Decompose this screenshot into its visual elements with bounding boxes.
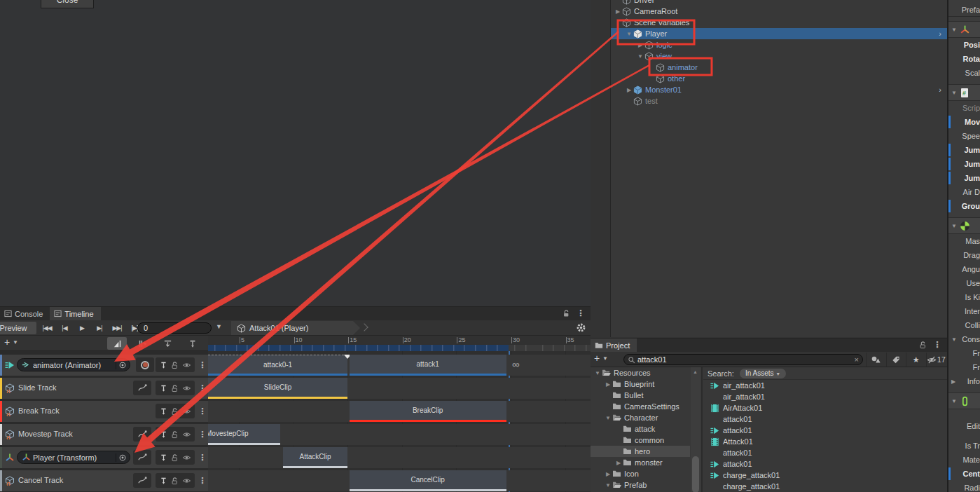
- tree-scrollbar[interactable]: ▲: [691, 367, 701, 492]
- track-lane[interactable]: SlideClip: [208, 378, 591, 399]
- marker-toggle-icon[interactable]: [183, 337, 202, 350]
- record-button[interactable]: [136, 357, 154, 372]
- inspector-row[interactable]: ▼ ▼ ▶ # Jum: [948, 171, 980, 185]
- inspector-row[interactable]: ▼ ▼ ▶ # Use: [948, 276, 980, 290]
- object-picker-icon[interactable]: [116, 361, 127, 369]
- hierarchy-item[interactable]: animator: [611, 62, 947, 73]
- inspector-row[interactable]: ▼ ▼ ▶ # Angu: [948, 262, 980, 276]
- add-track-button[interactable]: + ▼: [4, 336, 18, 348]
- hierarchy-item[interactable]: other: [611, 73, 947, 84]
- skip-to-end-button[interactable]: ▶▶|: [109, 322, 125, 334]
- lock-icon[interactable]: [919, 341, 926, 349]
- timeline-clips-area[interactable]: attack0-1attack1∞SlideClipBreakClipMoves…: [208, 351, 591, 492]
- inspector-row[interactable]: ▼ ▼ ▶ # Grou: [948, 199, 980, 213]
- search-result-item[interactable]: charge_attack01: [703, 481, 947, 492]
- lock-icon[interactable]: [171, 477, 178, 485]
- inspector-row[interactable]: ▼ ▼ ▶ # Fr: [948, 360, 980, 374]
- search-result-item[interactable]: attack01: [703, 425, 947, 436]
- track-menu-icon[interactable]: ⋮: [198, 360, 207, 370]
- eye-icon[interactable]: [182, 407, 191, 416]
- folder-tree-item[interactable]: Icon: [591, 468, 690, 479]
- search-result-item[interactable]: attack01: [703, 458, 947, 470]
- folder-tree-item[interactable]: attack: [591, 423, 690, 435]
- timeline-ruler[interactable]: 5101520253035: [208, 336, 591, 351]
- hierarchy-item[interactable]: Driver: [611, 0, 947, 6]
- foldout-arrow-icon[interactable]: ▼: [951, 223, 957, 229]
- clip-mix-mode-icon[interactable]: [132, 337, 152, 350]
- track-binding-field[interactable]: animator (Animator): [17, 358, 130, 371]
- hierarchy-item[interactable]: Monster01 ›: [611, 84, 947, 95]
- foldout-arrow-icon[interactable]: [604, 381, 612, 388]
- frame-field[interactable]: [137, 322, 212, 334]
- inspector-row[interactable]: ▼ ▼ ▶ # Cent: [948, 467, 980, 481]
- timeline-clip[interactable]: AttackClip: [283, 447, 347, 468]
- track-header[interactable]: {} Slide Track ⋮: [0, 378, 208, 399]
- foldout-arrow-icon[interactable]: [614, 460, 623, 466]
- curves-button[interactable]: [133, 381, 151, 395]
- foldout-arrow-icon[interactable]: ▼: [951, 27, 957, 33]
- hierarchy-item[interactable]: Player ›: [611, 28, 947, 39]
- pin-icon[interactable]: [160, 477, 167, 485]
- track-header[interactable]: {} Player (Transform): [0, 447, 208, 468]
- prefab-chevron-icon[interactable]: ›: [939, 86, 941, 94]
- eye-icon[interactable]: [182, 384, 191, 392]
- folder-tree-item[interactable]: Prefab: [591, 479, 690, 491]
- hierarchy-item[interactable]: view: [611, 50, 947, 62]
- inspector-row[interactable]: ▼ ▼ ▶ # Spee: [948, 129, 980, 143]
- clear-search-icon[interactable]: ×: [855, 355, 859, 364]
- inspector-row[interactable]: ▼ ▼ ▶ # Is Ki: [948, 290, 980, 304]
- eye-icon[interactable]: [182, 361, 191, 369]
- folder-tree-item[interactable]: Character: [591, 412, 690, 423]
- inspector-row[interactable]: ▼ ▼ ▶ # Posi: [948, 38, 980, 52]
- inspector-row[interactable]: ▼ ▼ ▶ #: [948, 392, 980, 409]
- inspector-row[interactable]: ▼ ▼ ▶ #: [948, 84, 980, 101]
- lock-icon[interactable]: [171, 407, 178, 416]
- inspector-row[interactable]: ▼ ▼ ▶ # Fr: [948, 346, 980, 360]
- project-tab[interactable]: Project: [591, 339, 637, 352]
- track-header[interactable]: {} Movestep Track ⋮: [0, 424, 208, 445]
- folder-tree-item[interactable]: Blueprint: [591, 378, 690, 390]
- scrollbar-thumb[interactable]: [692, 456, 699, 492]
- foldout-arrow-icon[interactable]: ▼: [951, 398, 957, 404]
- favorites-star-icon[interactable]: ★: [906, 353, 926, 367]
- object-picker-icon[interactable]: [116, 453, 127, 462]
- panel-tab[interactable]: Timeline: [50, 307, 100, 320]
- foldout-closed-icon[interactable]: ▶: [951, 378, 955, 385]
- folder-tree-item[interactable]: common: [591, 435, 690, 446]
- curves-view-toggle[interactable]: [107, 337, 127, 350]
- pin-icon[interactable]: [160, 430, 167, 439]
- foldout-arrow-icon[interactable]: [625, 31, 633, 37]
- track-header[interactable]: {} animator (Animator): [0, 355, 208, 376]
- timeline-clip[interactable]: MovestepClip: [208, 424, 280, 445]
- scroll-up-icon[interactable]: ▲: [693, 369, 698, 374]
- timeline-clip[interactable]: attack1: [350, 355, 506, 376]
- folder-tree-item[interactable]: Bullet: [591, 390, 690, 401]
- inspector-row[interactable]: ▼ ▼ ▶ # Mate: [948, 453, 980, 467]
- hierarchy-item[interactable]: test: [611, 95, 947, 107]
- previous-frame-button[interactable]: |◀: [57, 322, 72, 334]
- inspector-row[interactable]: ▼ ▼ ▶ # Rota: [948, 52, 980, 66]
- search-result-item[interactable]: air_attack01: [703, 380, 947, 391]
- search-result-item[interactable]: Attack01: [703, 436, 947, 447]
- label-icon[interactable]: [886, 353, 906, 367]
- prefab-chevron-icon[interactable]: ›: [939, 29, 941, 38]
- inspector-row[interactable]: ▼ ▼ ▶ # Colli: [948, 318, 980, 332]
- inspector-row[interactable]: ▼ ▼ ▶ # Inter: [948, 304, 980, 318]
- foldout-arrow-icon[interactable]: [593, 370, 602, 376]
- inspector-row[interactable]: ▼ ▼ ▶ # Prefa: [948, 0, 980, 17]
- pin-icon[interactable]: [160, 407, 167, 416]
- next-frame-button[interactable]: ▶|: [92, 322, 107, 334]
- create-asset-button[interactable]: + ▼: [594, 353, 608, 364]
- frame-dropdown-icon[interactable]: ▼: [216, 323, 222, 330]
- foldout-arrow-icon[interactable]: ▼: [951, 90, 957, 96]
- curves-button[interactable]: [133, 450, 151, 465]
- breadcrumb[interactable]: Attack01 (Player): [231, 321, 360, 335]
- track-lane[interactable]: attack0-1attack1∞: [208, 355, 591, 376]
- hierarchy-item[interactable]: logic: [611, 39, 947, 50]
- play-button[interactable]: ▶: [74, 322, 90, 334]
- inspector-row[interactable]: ▼ ▼ ▶ # Jum: [948, 157, 980, 171]
- inspector-row[interactable]: ▼ ▼ ▶ #: [948, 21, 980, 38]
- search-result-item[interactable]: air_attack01: [703, 391, 947, 402]
- search-input[interactable]: [635, 355, 855, 364]
- track-lane[interactable]: MovestepClip: [208, 424, 591, 445]
